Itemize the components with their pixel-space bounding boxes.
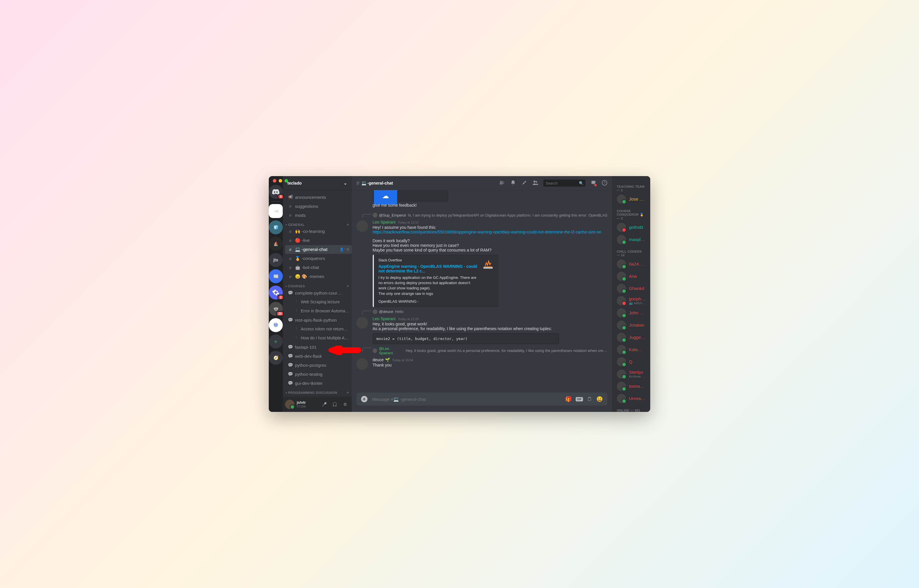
member-item[interactable]: UnrealEugene <box>615 393 648 405</box>
member-item[interactable]: Juggernaut2117 <box>615 331 648 344</box>
member-item[interactable]: Ana <box>615 270 648 283</box>
message-link[interactable]: https://stackoverflow.com/questions/5501… <box>373 230 601 234</box>
reply-reference[interactable]: @deuceHello <box>373 308 607 314</box>
search-box[interactable]: 🔍 <box>544 179 585 187</box>
gif-button[interactable]: GIF <box>576 397 583 401</box>
settings-button[interactable]: ⚙ <box>341 400 349 409</box>
gift-button[interactable]: 🎁 <box>565 396 572 402</box>
message-author[interactable]: Leo Spairani <box>373 317 396 321</box>
close-window-button[interactable] <box>273 179 276 183</box>
message-input[interactable] <box>372 396 561 402</box>
text-channel[interactable]: #suggestions <box>285 202 352 210</box>
help-button[interactable]: ? <box>602 180 607 187</box>
explore-servers-button[interactable]: 🧭 <box>269 351 283 365</box>
notifications-button[interactable] <box>510 180 516 187</box>
mute-button[interactable]: 🎤 <box>320 400 328 409</box>
text-channel[interactable]: #💻 -general-chat👤⁺ ⚙ <box>285 245 352 254</box>
member-item[interactable]: toonarmycaptain <box>615 380 648 393</box>
thread-item[interactable]: └Access token not return… <box>285 325 352 333</box>
member-item[interactable]: maxplayer <box>615 233 648 246</box>
category-header[interactable]: ▾GENERAL+ <box>285 220 352 227</box>
text-channel[interactable]: #😠 🎨 -memes <box>285 272 352 281</box>
server-header[interactable]: teclado ⌄ <box>283 176 352 190</box>
server-teclado[interactable]: ⇥ <box>269 204 283 218</box>
member-item[interactable]: Jonatan <box>615 319 648 331</box>
link-embed[interactable]: Stack OverflowAppEngine warning - OpenBL… <box>373 255 498 307</box>
attachment-preview[interactable]: ☁ <box>373 190 448 202</box>
reply-reference[interactable]: @Leo SpairaniHey, it looks good, great w… <box>373 345 607 355</box>
user-names[interactable]: jslvtr #7106 <box>297 401 318 408</box>
text-channel[interactable]: #🏅 -conquerors <box>285 254 352 263</box>
message-author[interactable]: Leo Spairani <box>373 220 396 225</box>
member-item[interactable]: goophbal📺 twitch.tv/goophbal <box>615 295 648 307</box>
server-item[interactable]: 2 <box>269 286 283 299</box>
add-server-button[interactable]: ＋ <box>269 334 283 349</box>
deafen-button[interactable]: 🎧 <box>331 400 339 409</box>
hash-icon: # <box>287 256 293 261</box>
members-sidebar: TEACHING TEAM — 1Jose Salvatierra 👑COURS… <box>612 176 650 412</box>
minimize-window-button[interactable] <box>279 179 282 183</box>
attach-button[interactable]: + <box>361 396 367 402</box>
server-item[interactable]: 📰 <box>269 269 283 283</box>
forum-channel[interactable]: 💬gui-dev-tkinter <box>285 379 352 388</box>
threads-button[interactable] <box>499 180 505 187</box>
text-channel[interactable]: #🙌 -co-learning <box>285 227 352 236</box>
member-item[interactable]: Q <box>615 356 648 368</box>
thread-item[interactable]: └Error in Browser Automa… <box>285 307 352 315</box>
emoji-button[interactable]: 😀 <box>596 396 603 402</box>
inbox-button[interactable] <box>591 180 596 187</box>
create-channel-button[interactable]: + <box>346 284 349 289</box>
category-header[interactable]: ▾PROGRAMMING DISCUSSION+ <box>285 388 352 395</box>
create-channel-button[interactable]: + <box>346 390 349 395</box>
forum-channel[interactable]: 💬rest-apis-flask-python <box>285 315 352 324</box>
member-item[interactable]: Jose Salvatierra 👑 <box>615 193 648 205</box>
forum-channel[interactable]: 💬complete-python-cour… <box>285 289 352 297</box>
member-item[interactable]: John Strack <box>615 307 648 319</box>
server-item[interactable]: jts <box>269 253 283 267</box>
channel-sidebar: teclado ⌄ 📢announcements#suggestions#mod… <box>283 176 352 412</box>
forum-channel[interactable]: 💬fastapi-101 <box>285 342 352 351</box>
message-avatar[interactable] <box>356 317 368 329</box>
member-item[interactable]: 0a24.x24TY <box>615 258 648 270</box>
member-item[interactable]: StenlyxКотёнок Лерочки <33 <box>615 368 648 380</box>
create-channel-button[interactable]: + <box>346 222 349 227</box>
text-channel[interactable]: #mods <box>285 211 352 220</box>
text-channel[interactable]: 📢announcements <box>285 193 352 202</box>
message-text: Does it work locally? <box>373 238 607 243</box>
server-item[interactable]: 🧊 <box>269 220 283 234</box>
message-avatar[interactable] <box>356 358 368 370</box>
message: Leo SpairaniToday at 12:17Hey! I assume … <box>356 217 607 308</box>
pinned-button[interactable] <box>521 180 527 187</box>
invite-icon[interactable]: 👤⁺ <box>340 247 346 252</box>
gear-icon[interactable]: ⚙ <box>346 247 349 252</box>
home-button[interactable]: 9 <box>269 185 283 199</box>
message-author[interactable]: deuce 🌱 <box>373 357 390 362</box>
server-item[interactable]: ⛵ <box>269 237 283 250</box>
forum-channel[interactable]: 💬python-testing <box>285 370 352 378</box>
forum-channel[interactable]: 💬python-postgres <box>285 361 352 369</box>
member-item[interactable]: Ghankd <box>615 283 648 295</box>
user-avatar[interactable] <box>285 400 294 409</box>
sticker-button[interactable]: 🗒 <box>587 396 592 402</box>
message-avatar[interactable] <box>356 220 368 232</box>
thread-item[interactable]: └How do I host Multiple A… <box>285 334 352 342</box>
reply-author: @deuce <box>379 309 393 314</box>
search-input[interactable] <box>545 181 577 186</box>
text-channel[interactable]: #🔴 -live <box>285 236 352 245</box>
embed-description: I try to deploy application on the GC Ap… <box>379 275 479 296</box>
reply-reference[interactable]: @Sup_Emperorhi, I am trying to deploy py… <box>373 211 607 217</box>
message: Leo SpairaniToday at 12:25Hey, it looks … <box>356 314 607 345</box>
server-item[interactable]: 🐨20 <box>269 302 283 316</box>
chat-icon: 💬 <box>287 344 293 350</box>
category-header[interactable]: ▾COURSES+ <box>285 281 352 288</box>
maximize-window-button[interactable] <box>285 179 288 183</box>
forum-channel[interactable]: 💬web-dev-flask <box>285 352 352 360</box>
thread-item[interactable]: └Web Scraping lecture <box>285 297 352 306</box>
channel-label: suggestions <box>295 204 349 209</box>
member-item[interactable]: Kalamitis <box>615 344 648 356</box>
server-item[interactable]: Ⓜ <box>269 318 283 332</box>
members-toggle-button[interactable] <box>532 180 538 187</box>
member-item[interactable]: gothsbl <box>615 221 648 233</box>
text-channel[interactable]: #🤖 -bot-chat <box>285 263 352 272</box>
role-header: ONLINE — 381 <box>615 405 648 412</box>
